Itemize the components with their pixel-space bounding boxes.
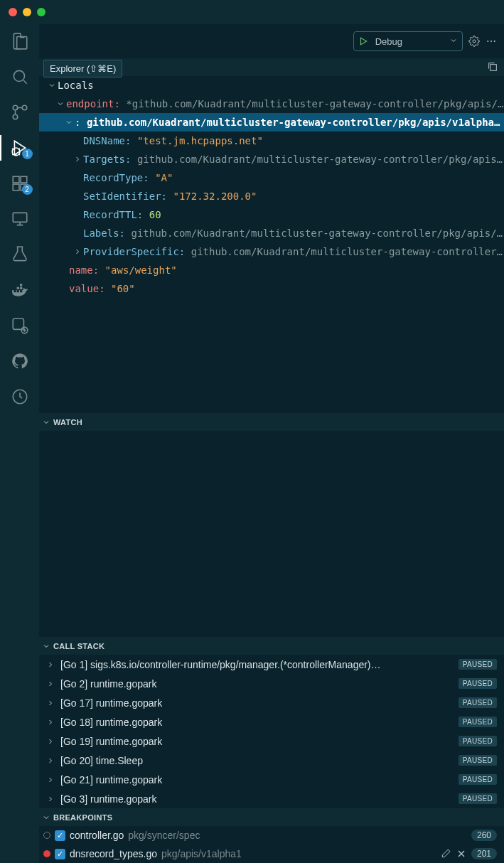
breakpoint-checkbox[interactable]: ✓ — [55, 849, 65, 859]
testing-tab[interactable] — [10, 245, 30, 264]
start-debug-icon[interactable] — [358, 36, 371, 46]
breakpoint-file: dnsrecord_types.go — [70, 848, 157, 859]
variable-value-field[interactable]: value: "60" — [39, 279, 504, 298]
breakpoint-dot-icon — [43, 832, 50, 839]
callstack-item[interactable]: [Go 19] runtime.gopark PAUSED — [39, 731, 504, 751]
close-icon[interactable] — [456, 848, 467, 859]
breakpoint-file: controller.go — [70, 830, 124, 841]
callstack-item[interactable]: [Go 3] runtime.gopark PAUSED — [39, 789, 504, 808]
debug-config-select[interactable]: Debug — [353, 31, 463, 51]
chevron-right-icon[interactable] — [72, 155, 83, 164]
collapse-all-icon[interactable] — [487, 61, 504, 74]
chevron-right-icon[interactable] — [45, 699, 56, 707]
callstack-label: [Go 17] runtime.gopark — [60, 697, 454, 709]
callstack-label: [Go 2] runtime.gopark — [60, 678, 454, 690]
variable-labels[interactable]: Labels: github.com/Kuadrant/multicluster… — [39, 224, 504, 242]
chevron-right-icon[interactable] — [45, 660, 56, 669]
breakpoint-line: 260 — [471, 830, 497, 841]
debug-tab[interactable]: 1 — [10, 138, 30, 158]
breakpoint-line: 201 — [471, 848, 497, 859]
variable-name-field[interactable]: name: "aws/weight" — [39, 261, 504, 279]
variable-name: Targets: — [83, 150, 131, 168]
settings-plus-tab[interactable] — [10, 316, 30, 336]
circle-tab[interactable] — [10, 387, 30, 407]
chevron-down-icon[interactable] — [445, 36, 462, 47]
callstack-item[interactable]: [Go 2] runtime.gopark PAUSED — [39, 674, 504, 693]
chevron-right-icon[interactable] — [72, 247, 83, 256]
window-zoom-button[interactable] — [37, 8, 45, 16]
explorer-tab[interactable] — [10, 31, 30, 51]
variable-setidentifier[interactable]: SetIdentifier: "172.32.200.0" — [39, 187, 504, 205]
callstack-state: PAUSED — [459, 717, 497, 727]
locals-scope[interactable]: Locals — [39, 76, 504, 95]
svg-point-14 — [487, 41, 488, 42]
variable-recordtype[interactable]: RecordType: "A" — [39, 168, 504, 187]
variable-value: "A" — [155, 168, 173, 187]
source-control-tab[interactable] — [10, 102, 30, 122]
breakpoint-item[interactable]: ✓ controller.go pkg/syncer/spec 260 — [39, 826, 504, 845]
svg-point-1 — [22, 105, 27, 110]
callstack-item[interactable]: [Go 20] time.Sleep PAUSED — [39, 751, 504, 770]
variable-selected[interactable]: : github.com/Kuadrant/multicluster-gatew… — [39, 113, 504, 132]
variable-endpoint[interactable]: endpoint: *github.com/Kuadrant/multiclus… — [39, 95, 504, 113]
callstack-section-header[interactable]: CALL STACK — [39, 637, 504, 655]
callstack-label: [Go 1] sigs.k8s.io/controller-runtime/pk… — [60, 659, 454, 670]
variable-recordttl[interactable]: RecordTTL: 60 — [39, 205, 504, 224]
callstack-state: PAUSED — [459, 736, 497, 746]
breakpoint-item[interactable]: ✓ dnsrecord_types.go pkg/apis/v1alpha1 2… — [39, 845, 504, 863]
chevron-right-icon[interactable] — [45, 680, 56, 688]
chevron-down-icon[interactable] — [46, 81, 58, 90]
chevron-right-icon[interactable] — [45, 737, 56, 746]
svg-rect-5 — [13, 176, 19, 183]
extensions-badge: 2 — [22, 184, 33, 195]
callstack-list[interactable]: [Go 1] sigs.k8s.io/controller-runtime/pk… — [39, 655, 504, 808]
search-tab[interactable] — [10, 67, 30, 87]
watch-panel[interactable] — [39, 431, 504, 637]
docker-tab[interactable] — [10, 280, 30, 300]
callstack-item[interactable]: [Go 1] sigs.k8s.io/controller-runtime/pk… — [39, 655, 504, 674]
chevron-down-icon[interactable] — [63, 118, 75, 127]
callstack-item[interactable]: [Go 18] runtime.gopark PAUSED — [39, 712, 504, 731]
watch-section-header[interactable]: WATCH — [39, 413, 504, 431]
activity-bar: 1 2 — [0, 24, 39, 863]
variable-value: github.com/Kuadrant/multicluster-gateway… — [191, 242, 504, 261]
window-minimize-button[interactable] — [23, 8, 31, 16]
callstack-label: [Go 21] runtime.gopark — [60, 774, 454, 786]
explorer-tooltip: Explorer (⇧⌘E) — [43, 60, 122, 77]
variable-value: github.com/Kuadrant/multicluster-gateway… — [131, 224, 504, 242]
extensions-tab[interactable]: 2 — [10, 173, 30, 193]
breakpoints-section-header[interactable]: BREAKPOINTS — [39, 808, 504, 826]
watch-title: WATCH — [53, 418, 82, 427]
debug-toolbar: Explorer (⇧⌘E) Debug — [39, 24, 504, 58]
callstack-item[interactable]: [Go 21] runtime.gopark PAUSED — [39, 770, 504, 789]
variable-providerspecific[interactable]: ProviderSpecific: github.com/Kuadrant/mu… — [39, 242, 504, 261]
variable-name: Labels: — [83, 224, 125, 242]
variable-targets[interactable]: Targets: github.com/Kuadrant/multicluste… — [39, 150, 504, 168]
github-tab[interactable] — [10, 351, 30, 371]
variable-name: name: — [69, 261, 99, 279]
callstack-label: [Go 20] time.Sleep — [60, 755, 454, 766]
variable-value: 60 — [149, 205, 161, 224]
callstack-item[interactable]: [Go 17] runtime.gopark PAUSED — [39, 693, 504, 712]
chevron-down-icon[interactable] — [55, 100, 66, 108]
window-close-button[interactable] — [9, 8, 17, 16]
gear-icon[interactable] — [468, 36, 480, 47]
remote-tab[interactable] — [10, 209, 30, 229]
breakpoints-list[interactable]: ✓ controller.go pkg/syncer/spec 260 ✓ dn… — [39, 826, 504, 863]
edit-icon[interactable] — [440, 848, 451, 859]
callstack-state: PAUSED — [459, 678, 497, 689]
chevron-right-icon[interactable] — [45, 776, 56, 784]
breakpoint-checkbox[interactable]: ✓ — [55, 830, 65, 841]
variable-name: DNSName: — [83, 132, 131, 150]
chevron-right-icon[interactable] — [45, 756, 56, 765]
breakpoint-path: pkg/apis/v1alpha1 — [161, 848, 242, 859]
variable-name: endpoint: — [66, 95, 120, 113]
callstack-label: [Go 19] runtime.gopark — [60, 736, 454, 747]
svg-point-0 — [14, 70, 24, 81]
chevron-right-icon[interactable] — [45, 718, 56, 727]
chevron-right-icon[interactable] — [45, 795, 56, 803]
variable-type: *github.com/Kuadrant/multicluster-gatewa… — [126, 95, 504, 113]
more-icon[interactable] — [486, 36, 497, 47]
variable-dnsname[interactable]: DNSName: "test.jm.hcpapps.net" — [39, 132, 504, 150]
variables-tree[interactable]: Locals endpoint: *github.com/Kuadrant/mu… — [39, 76, 504, 298]
